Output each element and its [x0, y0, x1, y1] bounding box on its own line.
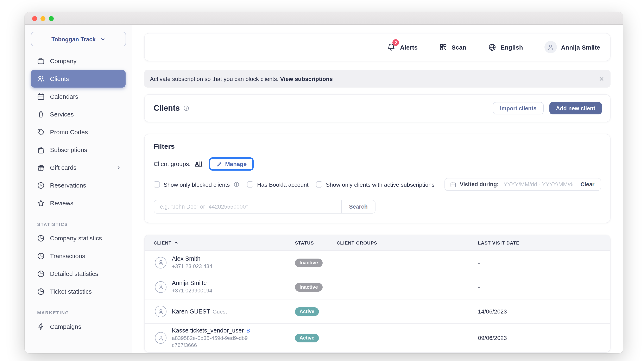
sidebar-item-calendars[interactable]: Calendars [31, 88, 126, 105]
import-clients-button[interactable]: Import clients [493, 102, 544, 114]
visited-during-filter: Visited during: Clear [444, 178, 601, 191]
pie-chart-icon [37, 270, 45, 278]
user-name: Annija Smilte [561, 44, 600, 50]
banner-text: Activate subscription so that you can bl… [150, 76, 333, 82]
client-avatar-icon [155, 257, 166, 268]
client-avatar-icon [155, 332, 166, 344]
status-badge: Inactive [295, 283, 322, 292]
briefcase-icon [37, 57, 45, 65]
column-header-client[interactable]: CLIENT [144, 240, 295, 245]
client-avatar-icon [155, 281, 166, 293]
calendar-icon [450, 181, 456, 188]
client-id: a839582e-0d35-459d-9ed9-db9c767f3666 [172, 335, 248, 349]
sidebar-item-promo-codes[interactable]: Promo Codes [31, 123, 126, 141]
sidebar-item-label: Company [50, 58, 76, 64]
workspace-selector[interactable]: Toboggan Track [31, 32, 126, 46]
lightning-icon [37, 322, 45, 331]
clear-dates-button[interactable]: Clear [574, 178, 601, 190]
banner-message: Activate subscription so that you can bl… [150, 76, 279, 82]
table-row[interactable]: Annija Smilte +371 029900194 Inactive - [144, 275, 610, 299]
search-button[interactable]: Search [342, 200, 376, 214]
sidebar-item-label: Transactions [50, 252, 85, 260]
sidebar-item-label: Ticket statistics [50, 288, 92, 295]
checkbox-label: Has Bookla account [257, 181, 308, 188]
clients-icon [37, 74, 45, 83]
sidebar-item-reviews[interactable]: Reviews [31, 194, 126, 212]
clock-icon [37, 181, 45, 190]
client-groups-label: Client groups: [154, 161, 191, 167]
language-selector[interactable]: English [488, 43, 523, 52]
minimize-window-button[interactable] [40, 16, 46, 21]
checkbox[interactable] [154, 181, 160, 188]
status-badge: Active [295, 334, 319, 342]
window-titlebar [25, 12, 623, 25]
sidebar-item-transactions[interactable]: Transactions [31, 247, 126, 265]
user-menu[interactable]: Annija Smilte [544, 41, 600, 53]
scan-button[interactable]: Scan [439, 43, 466, 51]
filters-title: Filters [154, 142, 601, 151]
sidebar-item-label: Subscriptions [50, 146, 87, 153]
top-header: 2 Alerts Scan English Annija Smilt [144, 33, 610, 61]
clients-header: Clients Import clients Add new client [144, 94, 610, 122]
sidebar-item-subscriptions[interactable]: Subscriptions [31, 141, 126, 158]
client-phone: +371 029900194 [172, 288, 212, 294]
client-search-input[interactable] [154, 200, 342, 214]
page-title: Clients [154, 104, 180, 113]
close-icon[interactable]: × [599, 74, 604, 83]
sidebar-item-company[interactable]: Company [31, 52, 126, 70]
sidebar-item-ticket-statistics[interactable]: Ticket statistics [31, 282, 126, 300]
main-content: 2 Alerts Scan English Annija Smilt [132, 25, 623, 353]
qr-scan-icon [439, 43, 447, 51]
alerts-label: Alerts [400, 44, 418, 50]
clients-table: CLIENT STATUS CLIENT GROUPS LAST VISIT D… [144, 234, 610, 353]
client-name: Karen GUESTGuest [172, 308, 227, 315]
sidebar-item-clients[interactable]: Clients [31, 70, 126, 88]
chevron-right-icon [116, 164, 122, 170]
sidebar-item-label: Detailed statistics [50, 270, 98, 277]
table-row[interactable]: Karen GUESTGuest Active 14/06/2023 [144, 299, 610, 324]
user-avatar [544, 41, 557, 53]
sidebar-item-label: Promo Codes [50, 128, 88, 136]
sidebar-item-services[interactable]: Services [31, 105, 126, 123]
table-row[interactable]: Kasse tickets_vendor_userB a839582e-0d35… [144, 324, 610, 352]
bookla-account-badge: B [246, 328, 250, 334]
filters-panel: Filters Client groups: All Manage [144, 134, 610, 223]
client-groups-all-link[interactable]: All [195, 161, 202, 167]
checkbox-label: Show only blocked clients [164, 181, 230, 188]
active-subscriptions-checkbox[interactable]: Show only clients with active subscripti… [316, 181, 434, 188]
client-name: Alex Smith [172, 255, 212, 262]
status-badge: Inactive [295, 258, 322, 267]
client-avatar-icon [155, 306, 166, 317]
sort-ascending-icon [174, 240, 179, 245]
alerts-button[interactable]: 2 Alerts [387, 42, 418, 52]
sidebar-item-campaigns[interactable]: Campaigns [31, 318, 126, 336]
sidebar-nav: Company Clients Calendars Services [25, 52, 132, 212]
sidebar-item-company-statistics[interactable]: Company statistics [31, 229, 126, 247]
marketing-section-title: MARKETING [25, 310, 132, 315]
pie-chart-icon [37, 252, 45, 260]
info-icon [234, 181, 240, 188]
chevron-down-icon [100, 36, 106, 42]
column-header-client-groups: CLIENT GROUPS [337, 240, 478, 245]
screenshot-stage: Toboggan Track Company Clients [0, 0, 644, 361]
zoom-window-button[interactable] [49, 16, 54, 21]
has-bookla-account-checkbox[interactable]: Has Bookla account [247, 181, 308, 188]
view-subscriptions-link[interactable]: View subscriptions [280, 76, 333, 82]
show-blocked-checkbox[interactable]: Show only blocked clients [154, 181, 240, 188]
sidebar-item-label: Reservations [50, 182, 86, 189]
close-window-button[interactable] [32, 16, 37, 21]
sidebar: Toboggan Track Company Clients [25, 25, 132, 353]
sidebar-item-reservations[interactable]: Reservations [31, 176, 126, 194]
checkbox[interactable] [247, 181, 254, 188]
sidebar-item-detailed-statistics[interactable]: Detailed statistics [31, 265, 126, 282]
add-new-client-button[interactable]: Add new client [549, 102, 602, 114]
visited-during-input[interactable] [503, 178, 574, 190]
table-row[interactable]: Alex Smith +371 23 023 434 Inactive - [144, 250, 610, 275]
gift-icon [37, 163, 45, 172]
statistics-section-title: STATISTICS [25, 222, 132, 227]
sidebar-item-label: Gift cards [50, 164, 76, 171]
client-name: Kasse tickets_vendor_userB [172, 327, 250, 334]
sidebar-item-gift-cards[interactable]: Gift cards [31, 158, 126, 176]
manage-client-groups-button[interactable]: Manage [214, 160, 249, 168]
checkbox[interactable] [316, 181, 322, 188]
